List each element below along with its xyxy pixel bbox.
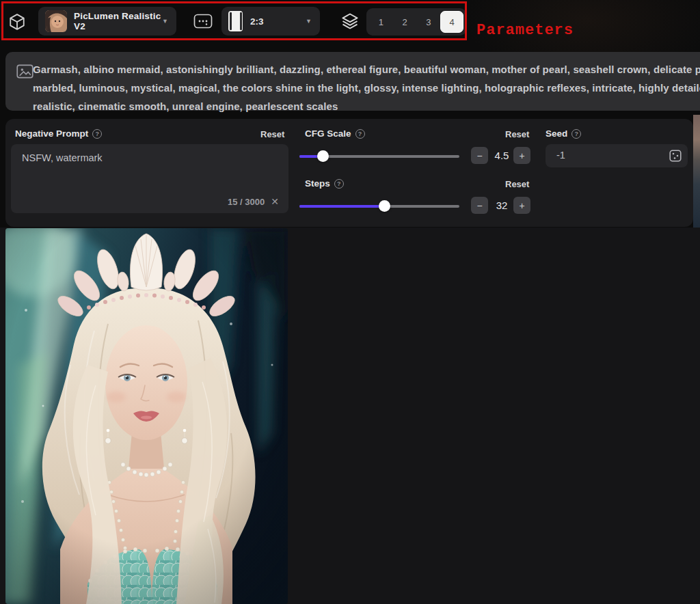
seed-input[interactable]: -1 <box>546 144 688 167</box>
seed-label: Seed ? <box>546 128 581 139</box>
piclumen-generation-page: PicLumen Realistic V2 ▼ 2:3 ▼ 1 2 3 4 Pa… <box>0 0 700 604</box>
model-avatar <box>45 10 67 32</box>
portrait-ratio-icon <box>228 11 243 31</box>
negative-prompt-label: Negative Prompt ? <box>15 128 102 139</box>
model-selector-label: PicLumen Realistic V2 <box>74 11 162 31</box>
prompt-text-line: marbled, luminous, mystical, magical, th… <box>33 79 700 97</box>
background-image-sliver <box>693 115 700 228</box>
cfg-scale-label: CFG Scale ? <box>305 128 365 139</box>
negative-prompt-reset-button[interactable]: Reset <box>260 129 284 139</box>
batch-layers-icon <box>340 12 360 31</box>
cfg-scale-slider-knob[interactable] <box>317 150 329 162</box>
steps-label: Steps ? <box>305 178 344 189</box>
steps-reset-button[interactable]: Reset <box>505 179 529 189</box>
cfg-minus-button[interactable]: − <box>471 147 488 164</box>
help-icon: ? <box>571 129 581 139</box>
count-option-3[interactable]: 3 <box>417 17 441 27</box>
negative-prompt-textarea[interactable]: NSFW, watermark 15 / 3000 ✕ <box>11 144 288 213</box>
seed-value: -1 <box>556 150 565 161</box>
image-prompt-icon <box>16 64 33 81</box>
image-count-selector: 1 2 3 4 <box>366 8 466 36</box>
steps-plus-button[interactable]: + <box>513 197 530 214</box>
count-option-1[interactable]: 1 <box>369 17 393 27</box>
help-icon: ? <box>334 179 344 189</box>
ratio-selector[interactable]: 2:3 ▼ <box>221 7 320 36</box>
model-cube-icon[interactable] <box>8 13 26 31</box>
prompt-input[interactable]: Garmash, albino mermaid, astonishingly b… <box>5 52 700 111</box>
prompt-text-line: realistic, cinematic smooth, unreal engi… <box>33 97 700 115</box>
negative-prompt-value: NSFW, watermark <box>22 152 103 163</box>
mermaid-portrait <box>5 228 288 604</box>
cfg-plus-button[interactable]: + <box>513 147 530 164</box>
random-seed-dice-icon[interactable] <box>669 150 682 165</box>
steps-slider-knob[interactable] <box>379 200 390 212</box>
generated-image[interactable] <box>5 228 288 604</box>
steps-minus-button[interactable]: − <box>471 197 488 214</box>
char-counter: 15 / 3000 <box>228 197 265 207</box>
ratio-selector-label: 2:3 <box>250 16 264 27</box>
aspect-ratio-icon[interactable] <box>193 14 213 29</box>
cfg-scale-reset-button[interactable]: Reset <box>505 129 529 139</box>
help-icon: ? <box>92 129 102 139</box>
count-option-2[interactable]: 2 <box>393 17 417 27</box>
parameters-annotation-label: Parameters <box>476 22 574 39</box>
clear-icon[interactable]: ✕ <box>271 196 279 207</box>
chevron-down-icon: ▼ <box>162 18 168 25</box>
cfg-scale-value: 4.5 <box>489 150 514 161</box>
prompt-text-line: Garmash, albino mermaid, astonishingly b… <box>33 60 700 79</box>
chevron-down-icon: ▼ <box>306 18 312 25</box>
help-icon: ? <box>355 129 365 139</box>
model-selector[interactable]: PicLumen Realistic V2 ▼ <box>38 7 176 36</box>
steps-value: 32 <box>489 200 514 211</box>
count-option-4-selected[interactable]: 4 <box>440 11 463 33</box>
